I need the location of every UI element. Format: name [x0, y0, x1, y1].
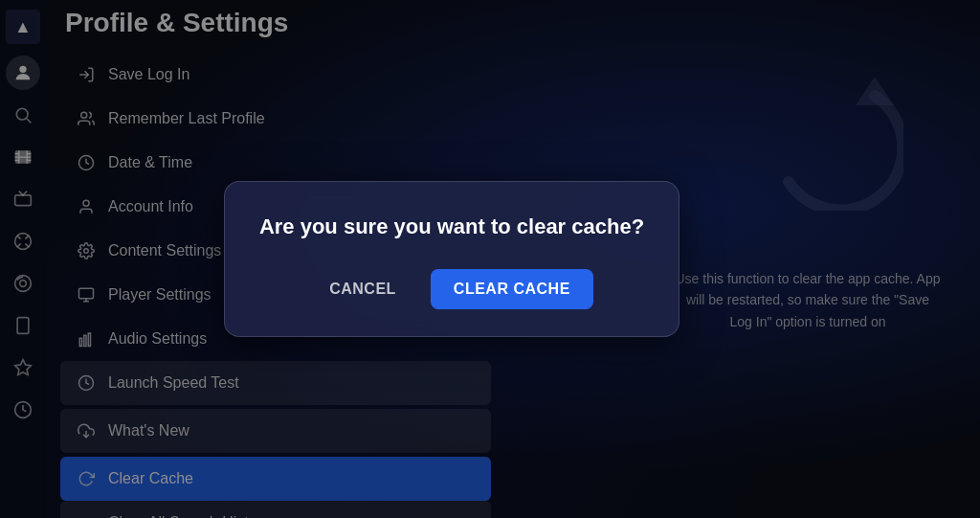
clear-cache-button[interactable]: CLEAR CACHE — [431, 269, 593, 309]
cancel-button[interactable]: CANCEL — [310, 271, 415, 307]
clear-cache-dialog: Are you sure you want to clear cache? CA… — [224, 181, 679, 337]
dialog-title: Are you sure you want to clear cache? — [259, 213, 644, 242]
dialog-overlay: Are you sure you want to clear cache? CA… — [0, 0, 980, 518]
dialog-buttons: CANCEL CLEAR CACHE — [259, 269, 644, 309]
